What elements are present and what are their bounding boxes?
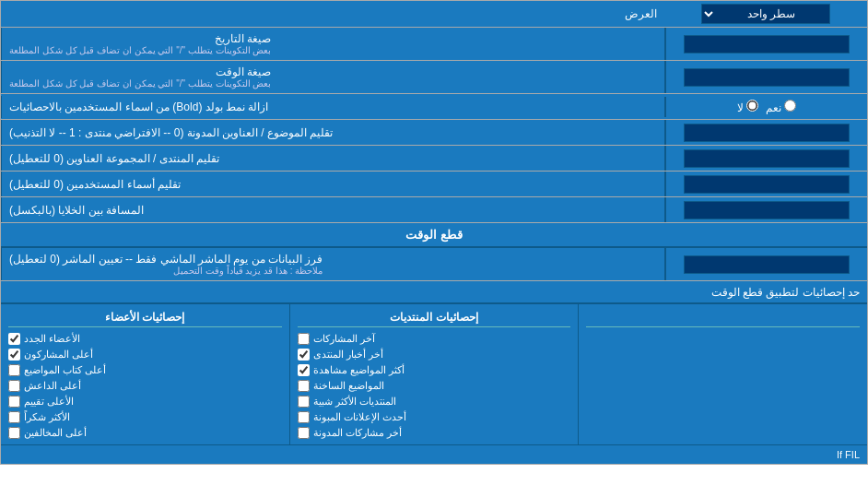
col-forums-header: إحصائيات المنتديات	[298, 308, 571, 327]
checkbox-col1-2[interactable]	[8, 364, 20, 376]
bold-row: نعم لا ازالة نمط بولد (Bold) من اسماء ال…	[1, 94, 867, 120]
checkbox-col2-1[interactable]	[298, 349, 310, 361]
checkbox-item: آخر المشاركات	[298, 331, 571, 347]
display-label: العرض	[1, 3, 664, 25]
display-select-container: سطر واحد سطران ثلاثة أسطر	[664, 1, 867, 27]
checkbox-col-empty	[578, 304, 867, 444]
checkbox-col-forums: إحصائيات المنتديات آخر المشاركات أخر أخب…	[289, 304, 579, 444]
checkbox-col1-5[interactable]	[8, 411, 20, 423]
checkbox-col2-4[interactable]	[298, 396, 310, 408]
checkbox-item: المواضيع الساخنة	[298, 378, 571, 394]
checkbox-item: الأكثر شكراً	[8, 409, 282, 425]
time-format-row: H:i صيغة الوقت بعض التكوينات يتطلب "/" ا…	[1, 61, 867, 94]
cutoff-label: فرز البيانات من يوم الماشر الماشي فقط --…	[1, 248, 664, 280]
usernames-row: 0 تقليم أسماء المستخدمين (0 للتعطيل)	[1, 172, 867, 197]
time-format-label: صيغة الوقت بعض التكوينات يتطلب "/" التي …	[1, 61, 664, 93]
checkbox-col1-1[interactable]	[8, 349, 20, 361]
date-format-label: صيغة التاريخ بعض التكوينات يتطلب "/" الت…	[1, 28, 664, 60]
display-select[interactable]: سطر واحد سطران ثلاثة أسطر	[701, 4, 830, 24]
cutoff-row: 0 فرز البيانات من يوم الماشر الماشي فقط …	[1, 248, 867, 281]
checkbox-item: أكثر المواضيع مشاهدة	[298, 362, 571, 378]
checkbox-col1-0[interactable]	[8, 333, 20, 345]
stats-limit-row: حد إحصائيات لتطبيق قطع الوقت	[1, 281, 867, 303]
checkbox-col1-3[interactable]	[8, 380, 20, 392]
forum-group-label: تقليم المنتدى / المجموعة العناوين (0 للت…	[1, 146, 664, 171]
checkbox-item: أعلى المشاركون	[8, 347, 282, 362]
usernames-input-container: 0	[664, 172, 867, 196]
forum-topic-label: تقليم الموضوع / العناوين المدونة (0 -- ا…	[1, 120, 664, 145]
forum-topic-input-container: 33	[664, 120, 867, 145]
cell-spacing-input[interactable]: 2	[684, 201, 850, 219]
bold-no-radio[interactable]	[746, 100, 758, 112]
checkbox-item: أعلى كتاب المواضيع	[8, 362, 282, 378]
checkbox-item: المنتديات الأكثر شبية	[298, 394, 571, 409]
forum-group-input-container: 33	[664, 146, 867, 171]
bold-yes-label: نعم	[766, 100, 796, 114]
date-format-input-container: d-m	[664, 28, 867, 60]
forum-group-row: 33 تقليم المنتدى / المجموعة العناوين (0 …	[1, 146, 867, 172]
forum-group-input[interactable]: 33	[684, 149, 850, 168]
bold-yes-radio[interactable]	[784, 100, 796, 112]
forum-topic-input[interactable]: 33	[684, 124, 850, 142]
stats-limit-label: حد إحصائيات لتطبيق قطع الوقت	[1, 282, 867, 302]
checkbox-item: أعلى المخالفين	[8, 425, 282, 441]
checkbox-col1-6[interactable]	[8, 427, 20, 439]
forum-topic-row: 33 تقليم الموضوع / العناوين المدونة (0 -…	[1, 120, 867, 146]
checkbox-col-members: إحصائيات الأعضاء الأعضاء الجدد أعلى المش…	[1, 304, 289, 444]
col-empty-header	[586, 308, 860, 327]
usernames-input[interactable]: 0	[684, 175, 850, 194]
cell-spacing-label: المسافة بين الخلايا (بالبكسل)	[1, 197, 664, 222]
checkbox-col2-2[interactable]	[298, 364, 310, 376]
bold-radio-container: نعم لا	[664, 97, 867, 117]
checkbox-col2-5[interactable]	[298, 411, 310, 423]
usernames-label: تقليم أسماء المستخدمين (0 للتعطيل)	[1, 172, 664, 196]
checkbox-item: أخر مشاركات المدونة	[298, 425, 571, 441]
col-members-header: إحصائيات الأعضاء	[8, 308, 282, 327]
checkbox-item: أخر أخبار المنتدى	[298, 347, 571, 362]
time-format-input[interactable]: H:i	[684, 68, 850, 87]
checkbox-item: أعلى الداعش	[8, 378, 282, 394]
bold-no-label: لا	[737, 100, 758, 114]
checkbox-col2-0[interactable]	[298, 333, 310, 345]
checkbox-col2-3[interactable]	[298, 380, 310, 392]
date-format-input[interactable]: d-m	[684, 35, 850, 53]
checkbox-col1-4[interactable]	[8, 396, 20, 408]
checkbox-item: الأعلى تقييم	[8, 394, 282, 409]
cutoff-section-header: قطع الوقت	[1, 223, 867, 248]
checkboxes-grid: إحصائيات المنتديات آخر المشاركات أخر أخب…	[1, 303, 867, 444]
date-format-row: d-m صيغة التاريخ بعض التكوينات يتطلب "/"…	[1, 28, 867, 61]
cell-spacing-input-container: 2	[664, 197, 867, 222]
checkbox-col2-6[interactable]	[298, 427, 310, 439]
checkbox-item: الأعضاء الجدد	[8, 331, 282, 347]
cell-spacing-row: 2 المسافة بين الخلايا (بالبكسل)	[1, 197, 867, 223]
bold-label: ازالة نمط بولد (Bold) من اسماء المستخدمي…	[1, 96, 664, 118]
display-row: سطر واحد سطران ثلاثة أسطر العرض	[1, 1, 867, 28]
time-format-input-container: H:i	[664, 61, 867, 93]
bottom-note: If FIL	[1, 444, 867, 464]
cutoff-input-container: 0	[664, 248, 867, 280]
checkbox-item: أحدث الإعلانات المبونة	[298, 409, 571, 425]
cutoff-input[interactable]: 0	[684, 255, 850, 274]
